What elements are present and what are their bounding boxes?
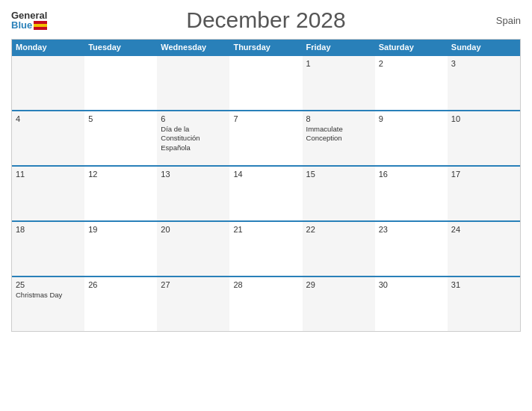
cell-w4-thu[interactable]: 21 [229,222,302,276]
cell-w2-sun[interactable]: 10 [448,111,520,165]
cell-w1-wed[interactable] [157,56,229,110]
day-num: 28 [233,280,298,289]
cell-w4-sat[interactable]: 23 [375,222,448,276]
cell-w1-tue[interactable] [84,56,157,110]
day-num: 20 [161,225,226,234]
calendar-week-2: 4 5 6 Día de la Constitución Española 7 … [12,110,520,165]
calendar-weekday-header: Monday Tuesday Wednesday Thursday Friday… [12,40,520,55]
day-num: 8 [306,114,371,123]
header-tuesday: Tuesday [84,40,157,55]
cell-w5-thu[interactable]: 28 [229,277,302,331]
calendar-week-4: 18 19 20 21 22 23 24 [12,220,520,276]
day-num: 10 [451,114,516,123]
day-num: 7 [233,114,298,123]
day-num: 5 [88,114,153,123]
logo: General Blue [11,10,47,30]
cell-w5-fri[interactable]: 29 [303,277,375,331]
day-num: 27 [161,280,226,289]
cell-w3-thu[interactable]: 14 [229,167,302,220]
cell-w5-sun[interactable]: 31 [448,277,520,331]
cell-w5-tue[interactable]: 26 [84,277,157,331]
cell-w2-thu[interactable]: 7 [229,111,302,165]
day-num: 29 [306,280,371,289]
day-num: 3 [451,59,516,68]
page: General Blue December 2028 Spain Monday … [0,0,532,411]
calendar-week-1: 1 2 3 [12,55,520,110]
cell-w3-sun[interactable]: 17 [448,167,520,220]
day-num: 25 [16,280,81,289]
cell-w2-wed[interactable]: 6 Día de la Constitución Española [157,111,229,165]
cell-w4-sun[interactable]: 24 [448,222,520,276]
cell-w3-wed[interactable]: 13 [157,167,229,220]
country-label: Spain [496,15,521,26]
day-num: 11 [16,170,81,179]
cell-w4-wed[interactable]: 20 [157,222,229,276]
cell-w4-tue[interactable]: 19 [84,222,157,276]
day-num: 24 [451,225,516,234]
calendar-header: General Blue December 2028 Spain [11,7,521,33]
cell-w2-mon[interactable]: 4 [12,111,84,165]
header-monday: Monday [12,40,84,55]
cell-w3-tue[interactable]: 12 [84,167,157,220]
cell-w1-fri[interactable]: 1 [303,56,375,110]
calendar-body: 1 2 3 4 5 6 Día de la Constitución Españ… [12,55,520,331]
calendar-week-3: 11 12 13 14 15 16 17 [12,165,520,220]
cell-w5-sat[interactable]: 30 [375,277,448,331]
day-num: 6 [161,114,226,123]
cell-w3-mon[interactable]: 11 [12,167,84,220]
day-num: 22 [306,225,371,234]
cell-w1-sat[interactable]: 2 [375,56,448,110]
header-sunday: Sunday [448,40,520,55]
header-thursday: Thursday [229,40,302,55]
day-num: 30 [379,280,444,289]
day-num: 16 [379,170,444,179]
day-num: 21 [233,225,298,234]
day-num: 14 [233,170,298,179]
cell-w5-wed[interactable]: 27 [157,277,229,331]
day-num: 2 [379,59,444,68]
day-num: 13 [161,170,226,179]
holiday-christmas: Christmas Day [16,291,81,300]
logo-blue-row: Blue [11,20,47,30]
day-num: 18 [16,225,81,234]
header-friday: Friday [303,40,375,55]
flag-icon [34,21,47,30]
day-num: 4 [16,114,81,123]
day-num: 12 [88,170,153,179]
cell-w2-tue[interactable]: 5 [84,111,157,165]
cell-w5-mon[interactable]: 25 Christmas Day [12,277,84,331]
cell-w2-sat[interactable]: 9 [375,111,448,165]
holiday-dia-constitucion: Día de la Constitución Española [161,125,226,152]
day-num: 17 [451,170,516,179]
header-saturday: Saturday [375,40,448,55]
cell-w2-fri[interactable]: 8 Immaculate Conception [303,111,375,165]
day-num: 15 [306,170,371,179]
cell-w1-sun[interactable]: 3 [448,56,520,110]
header-wednesday: Wednesday [157,40,229,55]
day-num: 9 [379,114,444,123]
day-num: 31 [451,280,516,289]
cell-w1-mon[interactable] [12,56,84,110]
cell-w4-fri[interactable]: 22 [303,222,375,276]
calendar-grid: Monday Tuesday Wednesday Thursday Friday… [11,39,521,332]
cell-w4-mon[interactable]: 18 [12,222,84,276]
day-num: 1 [306,59,371,68]
cell-w1-thu[interactable] [229,56,302,110]
calendar-title: December 2028 [186,7,345,33]
day-num: 19 [88,225,153,234]
calendar-week-5: 25 Christmas Day 26 27 28 29 30 31 [12,276,520,331]
cell-w3-fri[interactable]: 15 [303,167,375,220]
day-num: 26 [88,280,153,289]
day-num: 23 [379,225,444,234]
cell-w3-sat[interactable]: 16 [375,167,448,220]
logo-blue-text: Blue [11,20,32,30]
holiday-immaculate: Immaculate Conception [306,125,371,143]
